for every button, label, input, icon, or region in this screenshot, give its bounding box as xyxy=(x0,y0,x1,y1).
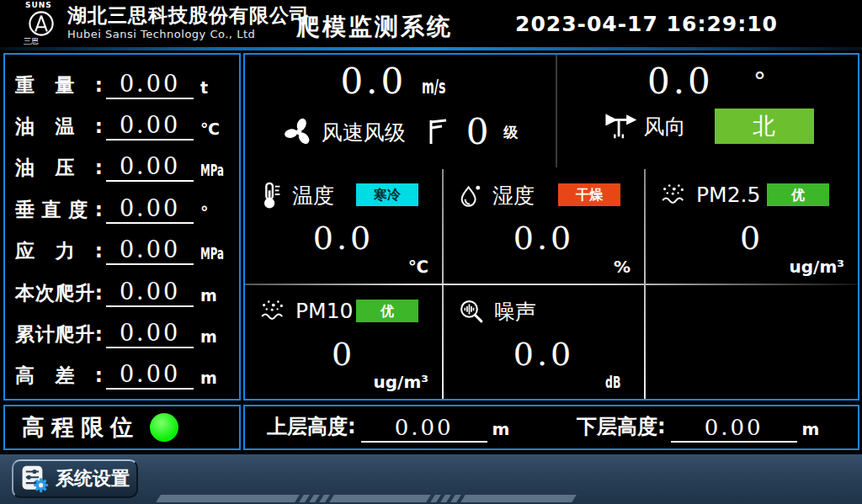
water-drop-icon xyxy=(457,181,484,210)
lower-height-group: 下层高度: 0.00 m xyxy=(577,413,836,443)
particles-icon xyxy=(659,181,688,208)
settings-button-label: 系统设置 xyxy=(56,466,130,491)
wind-level-value: 0 xyxy=(466,114,489,151)
company-logo: SUNS 三思 xyxy=(19,1,64,45)
wind-direction-value-line: 0.0 ° xyxy=(559,60,858,103)
sensor-unit: % xyxy=(614,257,631,277)
sensor-value: 0.0 xyxy=(245,220,442,257)
sensor-unit: ug/m³ xyxy=(374,372,428,392)
wind-direction-badge: 北 xyxy=(715,109,814,144)
sensor-value: 0.0 xyxy=(444,336,644,373)
wind-speed-value: 0.0 xyxy=(340,61,407,102)
datetime-display: 2023-04-17 16:29:10 xyxy=(515,12,778,36)
measure-value: 0.00 xyxy=(106,236,194,265)
sensor-name: 噪声 xyxy=(494,298,536,326)
settings-gear-icon xyxy=(20,464,49,494)
climbing-formwork-monitor-screen: SUNS 三思 湖北三思科技股份有限公司 Hubei Sansi Technol… xyxy=(0,0,862,504)
sensor-name: PM2.5 xyxy=(696,183,760,207)
measure-label: 应力: xyxy=(15,238,103,265)
sensor-cell-pm10: PM10 优 0 ug/m³ xyxy=(245,285,442,399)
elevation-limit-panel: 高程限位 xyxy=(3,405,241,450)
elevation-limit-indicator xyxy=(150,413,178,442)
upper-height-label: 上层高度: xyxy=(267,413,356,443)
sensor-cell-temperature: 温度 寒冷 0.0 ℃ xyxy=(245,169,442,284)
measure-value: 0.00 xyxy=(106,361,194,390)
system-settings-button[interactable]: 系统设置 xyxy=(12,459,138,498)
sensor-name: 温度 xyxy=(292,182,334,210)
upper-height-unit: m xyxy=(492,419,510,443)
lower-height-value: 0.00 xyxy=(671,415,797,443)
measure-row-height-diff: 高差: 0.00 m xyxy=(15,353,231,390)
sensor-name: 湿度 xyxy=(492,182,535,210)
header: SUNS 三思 湖北三思科技股份有限公司 Hubei Sansi Technol… xyxy=(0,0,862,47)
wind-direction-label: 风向 xyxy=(644,113,686,141)
measure-unit: ° xyxy=(200,204,231,224)
wind-direction-value: 0.0 xyxy=(647,61,714,102)
measure-row-oil-pressure: 油压: 0.00 MPa xyxy=(15,145,231,182)
taskbar-decor-stripes xyxy=(158,495,574,502)
wind-level-flag-icon xyxy=(426,117,448,147)
measure-unit: ℃ xyxy=(200,120,231,141)
wind-speed-label: 风速风级 xyxy=(322,119,406,146)
wind-speed-value-line: 0.0 m/s xyxy=(245,60,556,109)
lower-height-label: 下层高度: xyxy=(577,413,666,443)
pm10-status-badge: 优 xyxy=(356,300,418,322)
logo-brand-text: 三思 xyxy=(19,38,64,45)
company-name: 湖北三思科技股份有限公司 Hubei Sansi Technology Co.,… xyxy=(67,4,310,41)
measure-value: 0.00 xyxy=(106,320,194,348)
measure-label: 油压: xyxy=(15,155,103,182)
measure-unit: m xyxy=(200,287,231,307)
sensor-unit: ug/m³ xyxy=(790,257,844,277)
measure-label: 累计爬升: xyxy=(15,321,103,348)
noise-meter-icon xyxy=(457,297,486,326)
measure-row-verticality: 垂直度: 0.00 ° xyxy=(15,187,231,224)
header-divider xyxy=(0,47,862,50)
taskbar: 系统设置 xyxy=(0,454,862,504)
sensor-cell-humidity: 湿度 干燥 0.0 % xyxy=(444,169,644,284)
measure-row-weight: 重量: 0.00 t xyxy=(15,62,231,99)
wind-level-unit: 级 xyxy=(503,123,518,142)
sensor-value: 0 xyxy=(245,336,442,373)
sensor-value: 0.0 xyxy=(444,220,644,257)
measure-label: 本次爬升: xyxy=(15,280,103,307)
upper-height-value: 0.00 xyxy=(361,415,487,443)
fan-icon xyxy=(283,116,315,148)
lower-height-unit: m xyxy=(802,419,820,443)
measure-value: 0.00 xyxy=(106,112,194,141)
measure-row-total-climb: 累计爬升: 0.00 m xyxy=(15,311,231,348)
layer-heights-panel: 上层高度: 0.00 m 下层高度: 0.00 m xyxy=(243,405,859,450)
company-name-en: Hubei Sansi Technology Co., Ltd xyxy=(67,27,310,41)
humidity-status-badge: 干燥 xyxy=(558,183,620,206)
wind-direction-info-line: 风向 北 xyxy=(559,109,858,144)
wind-speed-section: 0.0 m/s 风速风级 xyxy=(245,55,557,167)
sensor-name: PM10 xyxy=(295,299,353,323)
wind-speed-unit: m/s xyxy=(422,76,460,98)
measure-unit: m xyxy=(200,328,231,348)
measurements-panel: 重量: 0.00 t 油温: 0.00 ℃ 油压: 0.00 MPa 垂直度: … xyxy=(3,53,241,401)
measure-row-current-climb: 本次爬升: 0.00 m xyxy=(15,270,231,307)
measure-label: 垂直度: xyxy=(15,197,103,224)
sensor-grid: 温度 寒冷 0.0 ℃ 湿度 干 xyxy=(245,169,858,399)
temperature-status-badge: 寒冷 xyxy=(356,183,418,206)
measure-unit: t xyxy=(200,79,231,99)
sensor-unit: dB xyxy=(605,372,631,392)
sensor-unit: ℃ xyxy=(408,257,428,277)
sansi-logo-icon xyxy=(27,9,56,38)
upper-height-group: 上层高度: 0.00 m xyxy=(267,413,526,443)
measure-unit: MPa xyxy=(200,162,231,182)
environment-panel: 0.0 m/s 风速风级 xyxy=(243,53,859,401)
thermometer-icon xyxy=(258,181,284,210)
page-title: 爬模监测系统 xyxy=(296,11,453,43)
elevation-limit-label: 高程限位 xyxy=(5,412,140,443)
wind-direction-unit: ° xyxy=(753,66,769,96)
pm25-status-badge: 优 xyxy=(767,183,829,206)
measure-unit: MPa xyxy=(200,245,231,265)
wind-speed-info-line: 风速风级 0 级 xyxy=(245,114,556,151)
measure-label: 高差: xyxy=(15,363,103,390)
sensor-value: 0 xyxy=(646,220,858,257)
wind-vane-icon xyxy=(604,110,637,142)
measure-label: 油温: xyxy=(15,114,103,141)
logo-suns-text: SUNS xyxy=(19,1,64,9)
sensor-cell-empty xyxy=(646,285,858,399)
measure-value: 0.00 xyxy=(106,153,194,182)
